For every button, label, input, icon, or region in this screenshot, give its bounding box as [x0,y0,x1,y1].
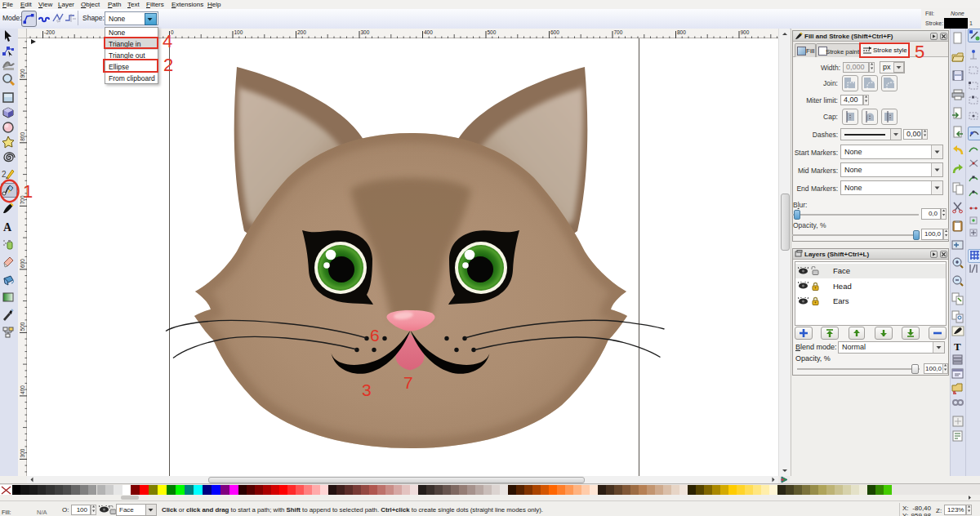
svg-text:600: 600 [550,29,559,35]
svg-text:600: 600 [20,259,25,268]
svg-text:2: 2 [2,170,7,179]
svg-text:100: 100 [234,29,243,35]
svg-text:800: 800 [677,29,686,35]
svg-text:A: A [3,221,12,234]
svg-text:-200: -200 [44,29,55,35]
svg-text:400: 400 [424,29,433,35]
svg-text:800: 800 [20,132,25,141]
svg-text:900: 900 [741,29,750,35]
svg-text:500: 500 [20,322,25,331]
svg-text:T: T [954,340,961,353]
svg-text:500: 500 [488,29,497,35]
svg-text:400: 400 [20,385,25,394]
svg-text:200: 200 [297,29,306,35]
svg-text:300: 300 [361,29,370,35]
svg-text:900: 900 [20,69,25,78]
svg-text:300: 300 [20,448,25,457]
svg-text:700: 700 [614,29,623,35]
